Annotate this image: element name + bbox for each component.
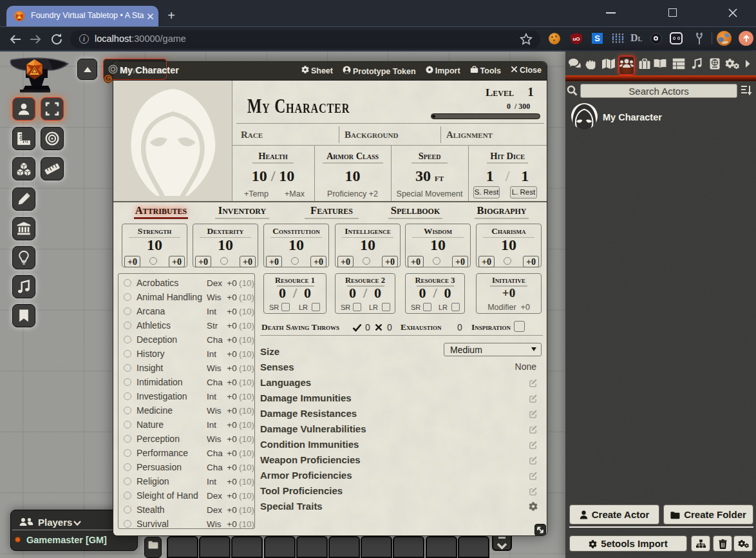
svg-text:uO: uO bbox=[572, 36, 580, 42]
